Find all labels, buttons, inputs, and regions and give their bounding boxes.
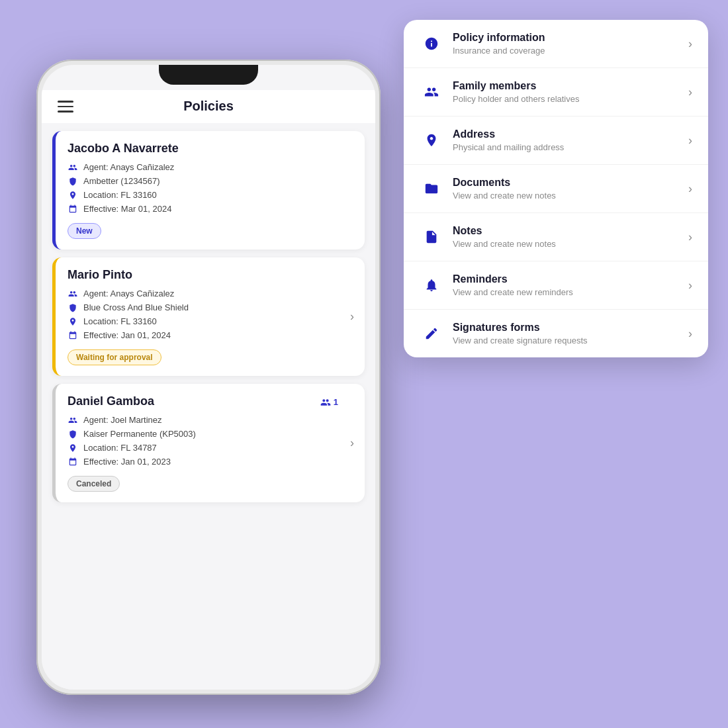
agent-icon-2 (68, 289, 78, 299)
policy-name-jacobo: Jacobo A Navarrete (68, 142, 353, 156)
badge-new: New (68, 223, 101, 239)
detail-location-daniel: Location: FL 34787 (68, 443, 353, 453)
policy-card-jacobo[interactable]: Jacobo A Navarrete Agent: Anays Cañizale… (52, 131, 365, 250)
dropdown-item-address[interactable]: Address Physical and mailing address › (404, 116, 708, 165)
chevron-reminders: › (688, 279, 692, 293)
family-count-badge: 1 (320, 397, 338, 408)
detail-agent-daniel: Agent: Joel Martinez (68, 415, 353, 426)
dropdown-text-reminders: Reminders View and create new reminders (453, 273, 688, 297)
policy-name-daniel: Daniel Gamboa (68, 394, 353, 408)
detail-location-jacobo: Location: FL 33160 (68, 190, 353, 201)
policy-list: Jacobo A Navarrete Agent: Anays Cañizale… (42, 123, 375, 676)
dropdown-text-family: Family members Policy holder and others … (453, 80, 688, 104)
chevron-notes: › (688, 230, 692, 244)
users-icon (420, 80, 443, 104)
dropdown-item-policy[interactable]: Policy information Insurance and coverag… (404, 20, 708, 68)
chevron-right-mario: › (350, 310, 354, 324)
dropdown-item-family[interactable]: Family members Policy holder and others … (404, 68, 708, 116)
pen-icon (420, 322, 443, 345)
phone-screen: Policies Jacobo A Navarrete Agent: Anays… (42, 90, 375, 690)
dropdown-item-notes[interactable]: Notes View and create new notes › (404, 213, 708, 261)
dropdown-item-documents[interactable]: Documents View and create new notes › (404, 165, 708, 213)
info-circle-icon (420, 32, 443, 56)
shield-icon-2 (68, 302, 78, 313)
detail-insurer-jacobo: Ambetter (1234567) (68, 176, 353, 187)
folder-icon (420, 177, 443, 201)
dropdown-menu: Policy information Insurance and coverag… (404, 20, 708, 357)
shield-icon (68, 176, 78, 187)
calendar-icon-3 (68, 457, 78, 467)
detail-agent-mario: Agent: Anays Cañizalez (68, 289, 353, 299)
calendar-icon-2 (68, 330, 78, 341)
policy-card-daniel[interactable]: 1 Daniel Gamboa Agent: Joel Martinez Kai (52, 384, 365, 502)
dropdown-text-documents: Documents View and create new notes (453, 177, 688, 201)
detail-effective-daniel: Effective: Jan 01, 2023 (68, 457, 353, 467)
phone-inner: Policies Jacobo A Navarrete Agent: Anays… (42, 65, 375, 690)
dropdown-text-signatures: Signatures forms View and create signatu… (453, 322, 688, 345)
chevron-right-daniel: › (350, 436, 354, 450)
chevron-signatures: › (688, 327, 692, 341)
dropdown-text-address: Address Physical and mailing address (453, 128, 688, 152)
chevron-policy: › (688, 37, 692, 51)
dropdown-item-reminders[interactable]: Reminders View and create new reminders … (404, 261, 708, 310)
bell-icon (420, 273, 443, 297)
agent-icon (68, 162, 78, 173)
dropdown-item-signatures[interactable]: Signatures forms View and create signatu… (404, 310, 708, 357)
header-title: Policies (183, 99, 234, 114)
badge-canceled: Canceled (68, 476, 120, 492)
phone-notch (159, 65, 258, 85)
detail-insurer-daniel: Kaiser Permanente (KP5003) (68, 429, 353, 439)
phone-frame: Policies Jacobo A Navarrete Agent: Anays… (36, 60, 381, 695)
chevron-documents: › (688, 182, 692, 196)
location-icon (68, 190, 78, 201)
chevron-address: › (688, 134, 692, 148)
agent-icon-3 (68, 415, 78, 426)
dropdown-text-policy: Policy information Insurance and coverag… (453, 32, 688, 56)
detail-insurer-mario: Blue Cross And Blue Shield (68, 302, 353, 313)
detail-location-mario: Location: FL 33160 (68, 316, 353, 327)
policy-name-mario: Mario Pinto (68, 268, 353, 282)
detail-effective-jacobo: Effective: Mar 01, 2024 (68, 204, 353, 214)
calendar-icon (68, 204, 78, 214)
chevron-family: › (688, 85, 692, 99)
dropdown-text-notes: Notes View and create new notes (453, 225, 688, 249)
shield-icon-3 (68, 429, 78, 439)
app-header: Policies (42, 90, 375, 123)
badge-waiting: Waiting for approval (68, 349, 161, 365)
policy-card-mario[interactable]: Mario Pinto Agent: Anays Cañizalez Blue … (52, 257, 365, 376)
notes-icon (420, 225, 443, 249)
hamburger-menu[interactable] (58, 101, 73, 113)
location-icon-2 (68, 316, 78, 327)
detail-effective-mario: Effective: Jan 01, 2024 (68, 330, 353, 341)
address-icon (420, 128, 443, 152)
detail-agent-jacobo: Agent: Anays Cañizalez (68, 162, 353, 173)
location-icon-3 (68, 443, 78, 453)
